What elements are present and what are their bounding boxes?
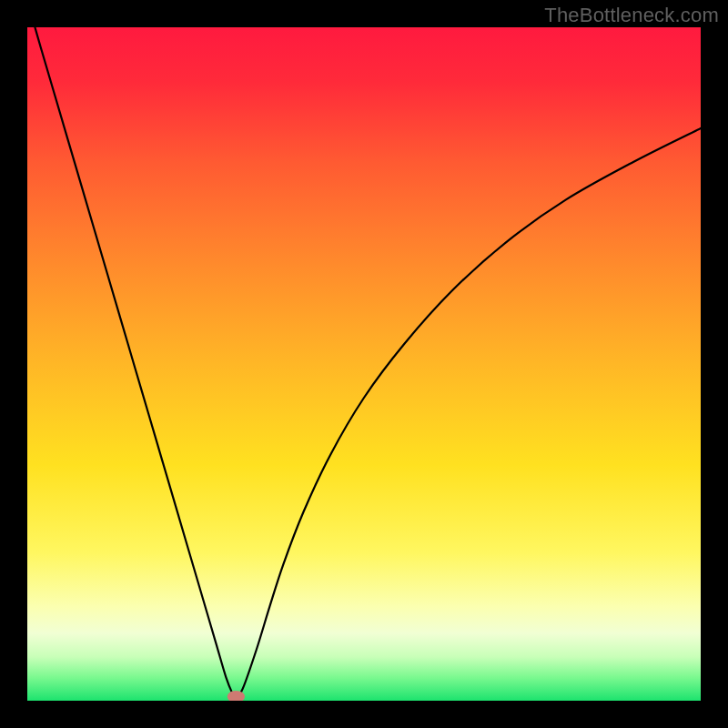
- chart-svg: [27, 27, 701, 701]
- chart-background-gradient: [27, 27, 701, 701]
- chart-frame: TheBottleneck.com: [0, 0, 728, 728]
- plot-area: [27, 27, 701, 701]
- watermark-label: TheBottleneck.com: [544, 4, 719, 27]
